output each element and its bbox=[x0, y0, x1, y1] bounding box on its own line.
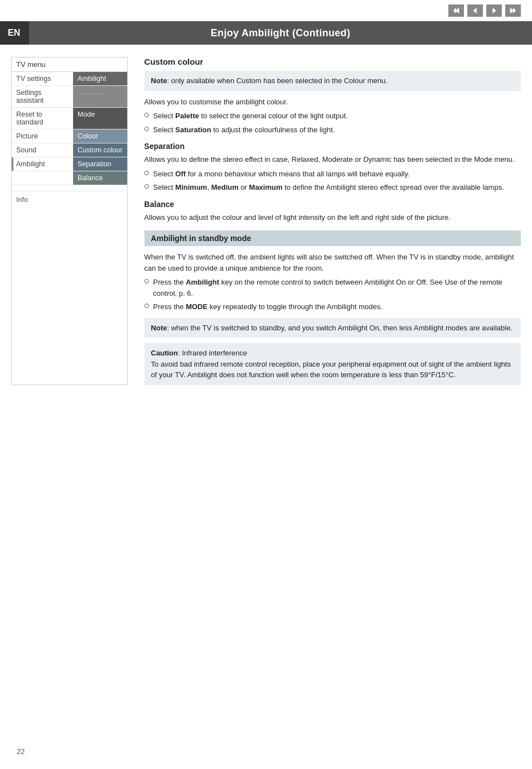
mode-key-bold: MODE bbox=[186, 302, 207, 311]
palette-bullet: Select Palette to select the general col… bbox=[144, 110, 521, 122]
bullet-dot-saturation bbox=[144, 127, 149, 131]
note-box-custom-colour: Note: only available when Custom has bee… bbox=[144, 71, 521, 91]
language-badge: EN bbox=[0, 21, 29, 45]
standby-bullets: Press the Ambilight key on the remote co… bbox=[144, 277, 521, 313]
menu-row-tv-settings[interactable]: TV settings Ambilight bbox=[12, 72, 127, 86]
bullet-dot-mode bbox=[144, 304, 149, 308]
bullet-dot-off bbox=[144, 171, 149, 175]
skip-back-button[interactable] bbox=[448, 4, 464, 17]
note-label: Note bbox=[151, 76, 167, 85]
separation-title: Separation bbox=[144, 142, 521, 151]
standby-text: When the TV is switched off, the ambient… bbox=[144, 252, 521, 273]
menu-item-ambilight: Ambilight bbox=[12, 157, 73, 171]
ambilight-key-bullet: Press the Ambilight key on the remote co… bbox=[144, 277, 521, 299]
off-bold: Off bbox=[175, 170, 186, 178]
menu-row-picture[interactable]: Picture Colour bbox=[12, 129, 127, 143]
back-button[interactable] bbox=[467, 4, 483, 17]
separation-bullets: Select Off for a mono behaviour which me… bbox=[144, 169, 521, 193]
standby-section-divider: Ambilight in standby mode bbox=[144, 230, 521, 246]
menu-item-picture: Picture bbox=[12, 129, 73, 143]
separation-text: Allows you to define the stereo effect i… bbox=[144, 154, 521, 165]
skip-forward-button[interactable] bbox=[505, 4, 521, 17]
menu-item-reset: Reset to standard bbox=[12, 108, 73, 129]
right-content: Custom colour Note: only available when … bbox=[139, 57, 521, 385]
standby-note-label: Note bbox=[151, 324, 167, 332]
menu-row-reset[interactable]: Reset to standard Mode bbox=[12, 108, 127, 129]
header-bar: EN Enjoy Ambilight (Continued) bbox=[0, 21, 532, 45]
menu-row-ambilight[interactable]: Ambilight Separation bbox=[12, 157, 127, 171]
minmax-bullet: Select Minimum, Medium or Maximum to def… bbox=[144, 182, 521, 193]
bullet-dot-palette bbox=[144, 113, 149, 117]
ambilight-key-text: Press the Ambilight key on the remote co… bbox=[153, 277, 521, 299]
menu-info[interactable]: Info bbox=[12, 191, 127, 208]
svg-marker-1 bbox=[473, 8, 477, 14]
menu-row-empty bbox=[12, 185, 127, 191]
standby-note-text: : when the TV is switched to standby, an… bbox=[167, 324, 512, 332]
menu-item-tv-settings: TV settings bbox=[12, 72, 73, 85]
caution-title-row: Caution: Infrared interference bbox=[151, 348, 514, 359]
customise-text: Allows you to customise the ambilight co… bbox=[144, 97, 521, 108]
saturation-bullet: Select Saturation to adjust the colourfu… bbox=[144, 124, 521, 136]
minmax-text: Select Minimum, Medium or Maximum to def… bbox=[153, 182, 504, 193]
menu-row-sound[interactable]: Sound Custom colour bbox=[12, 143, 127, 157]
menu-value-dots: ............ bbox=[73, 86, 127, 107]
menu-value-ambilight: Ambilight bbox=[73, 72, 127, 85]
off-bullet: Select Off for a mono behaviour which me… bbox=[144, 169, 521, 180]
bullet-dot-minmax bbox=[144, 184, 149, 189]
note-text: : only available when Custom has been se… bbox=[167, 76, 387, 85]
custom-colour-bullets: Select Palette to select the general col… bbox=[144, 110, 521, 135]
svg-marker-2 bbox=[492, 8, 496, 14]
main-content: TV menu TV settings Ambilight Settings a… bbox=[0, 45, 532, 396]
standby-note-box: Note: when the TV is switched to standby… bbox=[144, 318, 521, 338]
menu-value-empty bbox=[73, 185, 127, 191]
menu-item-empty2 bbox=[12, 185, 73, 191]
balance-subtitle: Balance bbox=[144, 200, 521, 209]
menu-value-mode: Mode bbox=[73, 108, 127, 129]
minimum-bold: Minimum bbox=[175, 183, 207, 191]
menu-row-settings-assistant[interactable]: Settings assistant ............ bbox=[12, 86, 127, 108]
menu-item-sound: Sound bbox=[12, 143, 73, 157]
caution-text: To avoid bad infrared remote control rec… bbox=[151, 359, 514, 381]
page-title: Enjoy Ambilight (Continued) bbox=[29, 27, 532, 39]
palette-text: Select Palette to select the general col… bbox=[153, 110, 348, 122]
menu-item-settings-assistant: Settings assistant bbox=[12, 86, 73, 107]
maximum-bold: Maximum bbox=[249, 183, 283, 191]
custom-colour-title: Custom colour bbox=[144, 57, 521, 66]
palette-bold: Palette bbox=[175, 112, 199, 120]
menu-title: TV menu bbox=[12, 57, 127, 72]
ambilight-key-bold: Ambilight bbox=[186, 278, 219, 286]
balance-text: Allows you to adjust the colour and leve… bbox=[144, 212, 521, 223]
saturation-bold: Saturation bbox=[175, 126, 211, 134]
mode-key-text: Press the MODE key repeatedly to toggle … bbox=[153, 301, 383, 313]
caution-title-text: : Infrared interference bbox=[178, 349, 247, 357]
top-navigation bbox=[0, 0, 532, 21]
caution-label: Caution bbox=[151, 349, 178, 357]
menu-row-balance[interactable]: Balance bbox=[12, 171, 127, 185]
svg-marker-3 bbox=[510, 8, 516, 14]
bullet-dot-ambilight bbox=[144, 279, 149, 283]
menu-value-separation: Separation bbox=[73, 157, 127, 171]
menu-value-custom-colour: Custom colour bbox=[73, 143, 127, 157]
page-number: 22 bbox=[17, 747, 25, 756]
saturation-text: Select Saturation to adjust the colourfu… bbox=[153, 124, 335, 136]
menu-item-empty1 bbox=[12, 171, 73, 185]
forward-button[interactable] bbox=[486, 4, 502, 17]
medium-bold: Medium bbox=[211, 183, 239, 191]
menu-value-balance: Balance bbox=[73, 171, 127, 185]
off-text: Select Off for a mono behaviour which me… bbox=[153, 169, 410, 180]
svg-marker-0 bbox=[453, 8, 460, 14]
tv-menu-panel: TV menu TV settings Ambilight Settings a… bbox=[11, 57, 128, 385]
caution-box: Caution: Infrared interference To avoid … bbox=[144, 343, 521, 385]
mode-key-bullet: Press the MODE key repeatedly to toggle … bbox=[144, 301, 521, 313]
menu-value-colour: Colour bbox=[73, 129, 127, 143]
